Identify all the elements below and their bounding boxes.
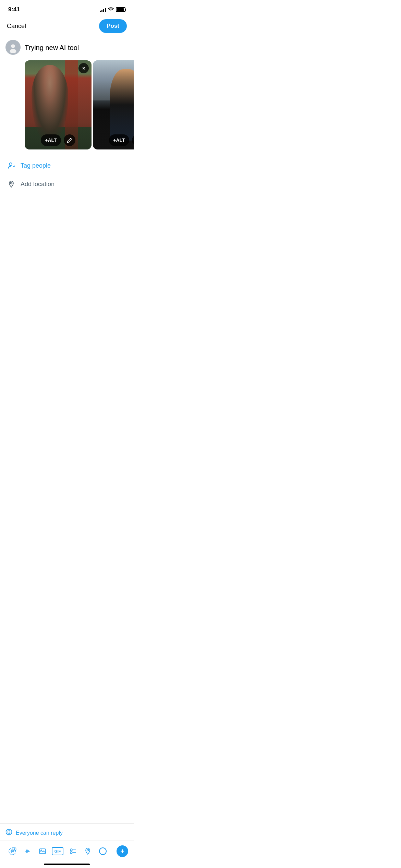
image-1-controls: +ALT xyxy=(25,134,92,146)
post-button[interactable]: Post xyxy=(99,19,127,33)
add-location-item[interactable]: Add location xyxy=(5,175,128,193)
image-1: × +ALT xyxy=(25,60,92,149)
tag-people-icon xyxy=(7,161,16,170)
avatar xyxy=(5,40,21,55)
status-time: 9:41 xyxy=(8,6,20,13)
alt-image-1-button[interactable]: +ALT xyxy=(41,134,61,146)
compose-area: Trying new AI tool xyxy=(0,37,134,55)
alt-image-2-button[interactable]: +ALT xyxy=(109,134,129,146)
action-row: Tag people Add location xyxy=(0,149,134,193)
edit-image-2-button[interactable] xyxy=(132,134,134,146)
nav-bar: Cancel Post xyxy=(0,16,134,37)
tag-people-label: Tag people xyxy=(21,162,51,169)
add-location-label: Add location xyxy=(21,181,54,188)
image-2: × +ALT xyxy=(93,60,134,149)
battery-icon xyxy=(116,7,125,12)
tag-people-item[interactable]: Tag people xyxy=(5,156,128,175)
images-row: × +ALT × +ALT xyxy=(0,55,134,149)
cancel-button[interactable]: Cancel xyxy=(7,23,26,30)
signal-icon xyxy=(100,7,106,12)
add-location-icon xyxy=(7,180,16,189)
svg-point-4 xyxy=(11,182,12,184)
svg-point-3 xyxy=(9,163,12,166)
close-image-1-button[interactable]: × xyxy=(78,63,89,73)
edit-image-1-button[interactable] xyxy=(64,134,75,146)
svg-point-1 xyxy=(11,44,15,48)
wifi-icon xyxy=(108,7,114,12)
compose-text[interactable]: Trying new AI tool xyxy=(25,40,128,52)
status-icons xyxy=(100,7,125,12)
image-2-controls: +ALT xyxy=(93,134,134,146)
status-bar: 9:41 xyxy=(0,0,134,16)
